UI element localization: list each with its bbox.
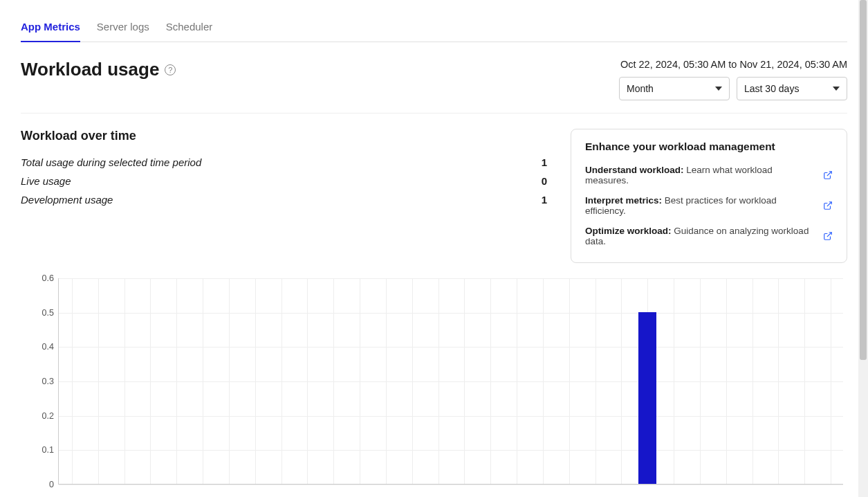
range-select[interactable]: Last 30 days (737, 77, 847, 100)
enhance-card: Enhance your workload management Underst… (571, 129, 847, 263)
external-link-icon[interactable] (823, 231, 833, 241)
workload-chart: 00.10.20.30.40.50.6Oct 22232425262728293… (21, 275, 847, 497)
tab-scheduler[interactable]: Scheduler (166, 14, 213, 42)
y-tick: 0.3 (21, 377, 54, 386)
date-range-text: Oct 22, 2024, 05:30 AM to Nov 21, 2024, … (619, 59, 847, 70)
stat-live-label: Live usage (21, 175, 71, 187)
y-tick: 0.4 (21, 342, 54, 352)
y-tick: 0 (21, 480, 54, 489)
granularity-select-value: Month (627, 83, 654, 94)
page-title: Workload usage (21, 59, 159, 80)
caret-down-icon (715, 87, 722, 91)
external-link-icon[interactable] (823, 170, 833, 180)
svg-line-2 (827, 233, 831, 237)
scrollbar-thumb[interactable] (860, 0, 867, 360)
help-icon[interactable]: ? (165, 64, 176, 75)
tab-app-metrics[interactable]: App Metrics (21, 14, 80, 42)
section-title: Workload over time (21, 129, 550, 143)
stat-dev-value: 1 (542, 194, 550, 206)
stat-dev-label: Development usage (21, 194, 113, 206)
stat-live-value: 0 (542, 175, 550, 187)
card-row-interpret[interactable]: Interpret metrics: Best practices for wo… (585, 190, 833, 221)
svg-line-1 (827, 202, 831, 206)
chart-bar[interactable] (638, 312, 656, 484)
y-tick: 0.6 (21, 273, 54, 283)
stat-total-value: 1 (542, 156, 550, 168)
tabs: App Metrics Server logs Scheduler (21, 14, 847, 42)
card-row-optimize[interactable]: Optimize workload: Guidance on analyzing… (585, 221, 833, 251)
card-title: Enhance your workload management (585, 141, 833, 153)
svg-line-0 (827, 172, 831, 176)
stat-total-label: Total usage during selected time period (21, 156, 201, 168)
range-select-value: Last 30 days (744, 83, 799, 94)
tab-server-logs[interactable]: Server logs (97, 14, 149, 42)
scrollbar[interactable] (858, 0, 868, 497)
y-tick: 0.2 (21, 411, 54, 421)
caret-down-icon (833, 87, 840, 91)
card-row-understand[interactable]: Understand workload: Learn what workload… (585, 160, 833, 190)
granularity-select[interactable]: Month (619, 77, 730, 100)
y-tick: 0.5 (21, 308, 54, 318)
y-tick: 0.1 (21, 445, 54, 455)
external-link-icon[interactable] (823, 201, 833, 210)
